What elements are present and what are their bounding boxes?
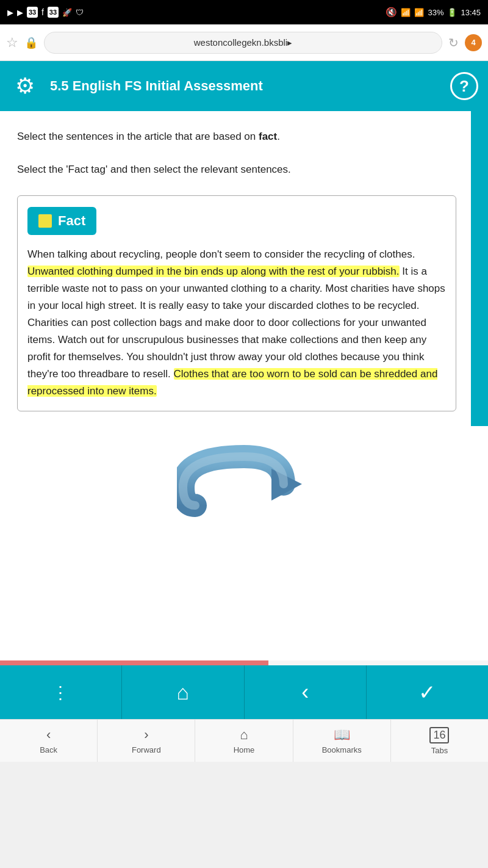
home-button[interactable]: ⌂ bbox=[122, 665, 244, 719]
tabs-badge[interactable]: 4 bbox=[465, 34, 482, 51]
browser-forward-icon: › bbox=[144, 727, 148, 743]
status-left-icons: ▶ ▶ 33 f 33 🚀 🛡 bbox=[7, 7, 84, 18]
notification-badge-33b: 33 bbox=[48, 7, 59, 18]
browser-forward-label: Forward bbox=[132, 745, 161, 754]
article-text: When talking about recycling, people don… bbox=[27, 246, 446, 400]
browser-bookmarks-label: Bookmarks bbox=[322, 745, 362, 754]
app-title: 5.5 English FS Initial Assessment bbox=[50, 78, 440, 95]
url-bar[interactable]: westoncollegekn.bksbli▸ bbox=[44, 32, 442, 54]
browser-bookmarks-button[interactable]: 📖 Bookmarks bbox=[293, 720, 391, 762]
fact-tag-square-icon bbox=[38, 214, 52, 228]
browser-home-button[interactable]: ⌂ Home bbox=[195, 720, 293, 762]
menu-dots-button[interactable]: ⋮ bbox=[0, 665, 122, 719]
gear-icon: ⚙ bbox=[10, 71, 40, 101]
content-area: Select the sentences in the article that… bbox=[0, 111, 471, 426]
rocket-icon: 🚀 bbox=[62, 8, 72, 17]
browser-back-label: Back bbox=[40, 745, 57, 754]
instruction-line1-end: . bbox=[277, 131, 280, 142]
article-text1: When talking about recycling, people don… bbox=[27, 248, 415, 260]
progress-bar-area bbox=[0, 660, 488, 665]
youtube-icon: ▶ bbox=[17, 8, 23, 17]
back-nav-button[interactable]: ‹ bbox=[245, 665, 367, 719]
notification-badge-33: 33 bbox=[27, 7, 38, 18]
nav-arrow-icon[interactable] bbox=[177, 444, 311, 524]
dots-icon: ⋮ bbox=[52, 682, 70, 703]
mute-icon: 🔇 bbox=[386, 7, 397, 18]
clock: 13:45 bbox=[461, 8, 481, 17]
right-sidebar-bar bbox=[471, 111, 488, 426]
star-icon[interactable]: ☆ bbox=[6, 35, 18, 51]
browser-home-icon: ⌂ bbox=[240, 727, 248, 743]
article-text3: It is a terrible waste not to pass on yo… bbox=[27, 266, 445, 380]
back-chevron-icon: ‹ bbox=[301, 679, 309, 705]
shield-icon: 🛡 bbox=[76, 8, 84, 17]
browser-back-icon: ‹ bbox=[46, 727, 51, 743]
check-button[interactable]: ✓ bbox=[367, 665, 488, 719]
app-header: ⚙ 5.5 English FS Initial Assessment ? bbox=[0, 61, 488, 111]
progress-bar-fill bbox=[0, 660, 268, 665]
article-highlight1[interactable]: Unwanted clothing dumped in the bin ends… bbox=[27, 266, 400, 277]
signal-icon: 📶 bbox=[414, 8, 424, 17]
status-right-icons: 🔇 📶 📶 33% 🔋 13:45 bbox=[386, 7, 481, 18]
browser-bookmarks-icon: 📖 bbox=[334, 727, 350, 743]
browser-tabs-button[interactable]: 16 Tabs bbox=[391, 720, 488, 762]
browser-bar: ☆ 🔒 westoncollegekn.bksbli▸ ↻ 4 bbox=[0, 24, 488, 61]
main-content: Select the sentences in the article that… bbox=[0, 111, 488, 660]
tag-box: Fact When talking about recycling, peopl… bbox=[17, 195, 456, 411]
status-bar: ▶ ▶ 33 f 33 🚀 🛡 🔇 📶 📶 33% 🔋 13:45 bbox=[0, 0, 488, 24]
instruction-bold: fact bbox=[259, 131, 277, 142]
instructions: Select the sentences in the article that… bbox=[17, 128, 456, 178]
instruction-line1: Select the sentences in the article that… bbox=[17, 131, 259, 142]
fact-tag-label: Fact bbox=[58, 213, 85, 229]
browser-home-label: Home bbox=[234, 745, 255, 754]
help-button[interactable]: ? bbox=[450, 72, 478, 100]
browser-tabs-label: Tabs bbox=[431, 746, 448, 755]
refresh-icon[interactable]: ↻ bbox=[448, 35, 459, 50]
browser-bottom-bar: ‹ Back › Forward ⌂ Home 📖 Bookmarks 16 T… bbox=[0, 719, 488, 762]
battery-text: 33% bbox=[428, 8, 443, 17]
play-icon: ▶ bbox=[7, 8, 13, 17]
instruction-line2: Select the 'Fact tag' and then select th… bbox=[17, 161, 456, 178]
browser-tabs-icon: 16 bbox=[429, 727, 449, 743]
bottom-nav-bar: ⋮ ⌂ ‹ ✓ bbox=[0, 665, 488, 719]
lock-icon: 🔒 bbox=[24, 36, 38, 49]
browser-back-button[interactable]: ‹ Back bbox=[0, 720, 98, 762]
wifi-icon: 📶 bbox=[401, 8, 411, 17]
check-icon: ✓ bbox=[418, 680, 436, 704]
fact-tag-button[interactable]: Fact bbox=[27, 207, 96, 235]
battery-icon: 🔋 bbox=[447, 8, 457, 17]
home-icon: ⌂ bbox=[177, 681, 190, 704]
facebook-icon: f bbox=[41, 7, 44, 17]
nav-arrow-area bbox=[0, 426, 488, 536]
browser-forward-button[interactable]: › Forward bbox=[98, 720, 195, 762]
